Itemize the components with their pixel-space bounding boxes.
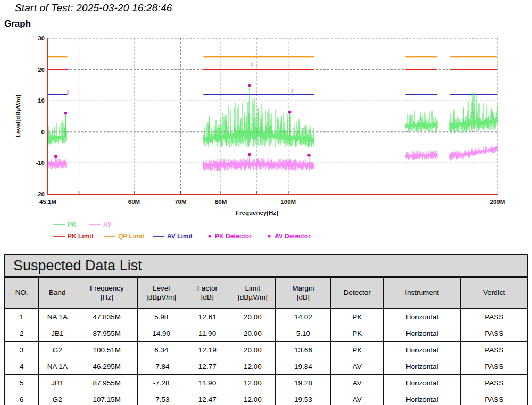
column-header: Band (39, 277, 76, 309)
table-cell: Horizontal (383, 391, 461, 405)
table-cell: Horizontal (383, 325, 461, 342)
suspected-data-list-section: Suspected Data List NO.BandFrequency [Hz… (4, 254, 528, 405)
table-cell: 12.19 (185, 342, 230, 358)
av-trace-segment (405, 150, 437, 160)
column-header: Factor [dB] (185, 277, 230, 309)
table-cell: 12.61 (185, 309, 230, 325)
table-cell: 12.00 (230, 391, 276, 405)
legend-dot-av-detector (268, 235, 270, 237)
pk-trace-segment (203, 98, 314, 147)
y-tick-label: -10 (36, 160, 45, 166)
column-header: Instrument (383, 277, 461, 309)
test-start-timestamp: Start of Test: 2025-03-20 16:28:46 (15, 2, 172, 14)
table-cell: 14.90 (138, 325, 185, 342)
legend-label-qp-limit: QP Limit (118, 233, 144, 240)
table-cell: 11.90 (185, 375, 230, 391)
table-cell: 47.835M (76, 309, 138, 325)
detector-markers-layer: 123 (54, 62, 311, 164)
table-title: Suspected Data List (4, 254, 528, 277)
table-cell: 14.02 (276, 309, 331, 325)
av-detector-marker (248, 153, 251, 156)
pk-trace-segment (405, 111, 437, 133)
table-cell: NA 1A (39, 358, 76, 375)
y-tick-label: 10 (38, 97, 45, 104)
table-cell: PASS (461, 309, 528, 325)
legend-dot-pk-detector (208, 235, 211, 237)
table-cell: JB1 (39, 325, 76, 342)
table-cell: 20.00 (230, 309, 276, 325)
table-cell: Horizontal (383, 342, 461, 358)
x-tick-label: 100M (280, 199, 296, 205)
x-tick-label: 60M (128, 199, 140, 205)
legend-label-pk-limit: PK Limit (68, 233, 94, 240)
table-cell: 2 (4, 325, 39, 342)
table-cell: PASS (461, 342, 528, 358)
table-cell: JB1 (39, 375, 76, 391)
limit-lines-layer (48, 57, 497, 94)
table-cell: PK (331, 325, 383, 342)
table-row: 4NA 1A46.295M-7.8412.7712.0019.84AVHoriz… (4, 358, 528, 375)
column-header: Margin [dB] (276, 277, 331, 309)
table-row: 1NA 1A47.835M5.9812.6120.0014.02PKHorizo… (4, 309, 528, 325)
table-cell: 20.00 (230, 342, 276, 358)
table-cell: G2 (39, 342, 76, 358)
table-cell: 107.15M (76, 391, 138, 405)
table-cell: AV (331, 358, 383, 375)
table-row: 2JB187.955M14.9011.9020.005.10PKHorizont… (4, 325, 528, 342)
legend-label-av-detector: AV Detector (275, 233, 311, 240)
table-cell: 6.34 (138, 342, 185, 358)
table-cell: 1 (4, 309, 39, 325)
column-header: Frequency [Hz] (76, 277, 138, 309)
table-cell: -7.28 (138, 375, 185, 391)
legend-label-pk: PK (68, 221, 77, 228)
table-cell: AV (331, 375, 383, 391)
pk-trace-segment (450, 93, 497, 133)
table-cell: 6 (4, 391, 39, 405)
column-header: Limit [dBµV/m] (230, 277, 276, 309)
grid-layer (48, 38, 497, 194)
marker-number: 3 (291, 88, 294, 94)
legend-label-pk-detector: PK Detector (215, 233, 252, 240)
table-cell: NA 1A (39, 309, 76, 325)
table-cell: 19.28 (276, 375, 331, 391)
table-cell: PK (331, 309, 383, 325)
legend-label-av-limit: AV Limit (167, 233, 193, 240)
table-cell: PK (331, 342, 383, 358)
y-tick-label: 30 (38, 35, 45, 42)
table-cell: 19.53 (276, 391, 331, 405)
y-tick-label: 0 (41, 129, 45, 135)
table-cell: -7.53 (138, 391, 185, 405)
chart-legend: PKAVPK LimitQP LimitAV LimitPK DetectorA… (53, 221, 311, 240)
table-cell: -7.84 (138, 358, 185, 375)
table-cell: 87.955M (76, 375, 138, 391)
table-cell: 5 (4, 375, 39, 391)
y-tick-label: -20 (36, 191, 45, 197)
table-cell: 12.77 (185, 358, 230, 375)
table-cell: 20.00 (230, 325, 276, 342)
suspected-data-table: NO.BandFrequency [Hz]Level [dBµV/m]Facto… (4, 277, 528, 405)
tick-labels-layer: 3020100-10-2045.1M60M70M80M100M200M (36, 35, 505, 205)
av-detector-marker (307, 154, 311, 157)
legend-label-av: AV (103, 221, 112, 228)
table-cell: 12.00 (230, 358, 276, 375)
table-cell: 3 (4, 342, 39, 358)
table-cell: AV (331, 391, 383, 405)
table-cell: 87.955M (76, 325, 138, 342)
pk-trace-segment (48, 121, 66, 145)
table-header-row: NO.BandFrequency [Hz]Level [dBµV/m]Facto… (4, 277, 528, 309)
table-row: 5JB187.955M-7.2811.9012.0019.28AVHorizon… (4, 375, 528, 391)
table-cell: PASS (461, 358, 528, 375)
av-detector-marker (54, 155, 57, 158)
table-cell: Horizontal (383, 358, 461, 375)
marker-number: 1 (66, 89, 69, 95)
table-row: 3G2100.51M6.3412.1920.0013.66PKHorizonta… (4, 342, 528, 358)
x-tick-label: 45.1M (39, 199, 56, 205)
column-header: NO. (4, 277, 39, 309)
av-trace-segment (48, 159, 66, 169)
table-cell: PASS (461, 325, 528, 342)
table-row: 6G2107.15M-7.5312.4712.0019.53AVHorizont… (4, 391, 528, 405)
table-cell: 5.98 (138, 309, 185, 325)
pk-detector-marker (248, 84, 251, 87)
table-cell: 12.00 (230, 375, 276, 391)
emission-spectrum-chart: 123 3020100-10-2045.1M60M70M80M100M200M … (0, 32, 532, 251)
